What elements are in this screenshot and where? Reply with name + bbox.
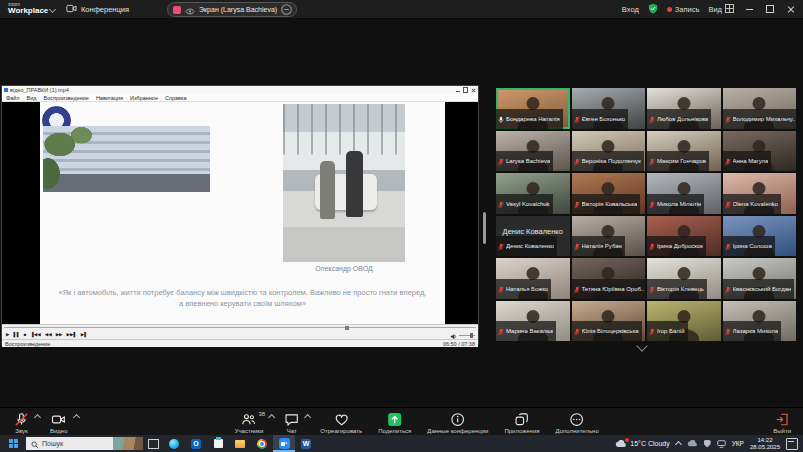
seek-handle[interactable]	[345, 326, 349, 330]
toolbar-video-button[interactable]: Видео	[42, 408, 81, 436]
taskbar-app-word[interactable]: W	[295, 435, 317, 452]
participant-name-tag: Ігор Балій	[647, 321, 688, 341]
player-menu-item[interactable]: Файл	[6, 95, 20, 101]
panel-resize-handle[interactable]	[483, 212, 486, 244]
player-skip-start-button[interactable]: ▐◀◀	[30, 333, 42, 338]
participant-tile[interactable]: Марина Вакалюк	[496, 301, 570, 342]
tab-conference[interactable]: Конференция	[66, 0, 129, 18]
minimize-button[interactable]	[743, 3, 755, 15]
chevron-up-icon[interactable]	[74, 415, 79, 420]
participant-tile[interactable]: Ірина Солоша	[723, 216, 797, 257]
chevron-up-icon[interactable]	[269, 415, 274, 420]
player-titlebar[interactable]: відео_ПРАВКИ (1).mp4	[2, 86, 478, 94]
toolbar-more-button[interactable]: Дополнительно	[548, 408, 607, 436]
toolbar-share-button[interactable]: Поделиться	[370, 408, 419, 436]
player-close-button[interactable]	[471, 88, 476, 93]
participant-tile[interactable]: Кваснєвський Богдан	[723, 258, 797, 299]
player-forward-button[interactable]: ▶▶	[55, 333, 64, 338]
taskbar-app-outlook[interactable]: O	[185, 435, 207, 452]
participant-tile[interactable]: Юлія Білоцерківська	[572, 301, 646, 342]
chevron-down-icon[interactable]	[638, 342, 646, 350]
taskbar-app-zoom[interactable]	[273, 435, 295, 452]
taskbar-app-edge[interactable]	[163, 435, 185, 452]
display-icon[interactable]	[717, 440, 726, 448]
toolbar-participants-button[interactable]: 38Участники	[227, 408, 277, 436]
participant-name-tag: Наталья Божко	[496, 279, 551, 299]
participant-tile[interactable]: Вікторія Ковальська	[572, 173, 646, 214]
toolbar-participants-label: Участники	[235, 428, 264, 434]
participant-tile[interactable]: Євген Бохонько	[572, 88, 646, 129]
weather-widget[interactable]: 15°C Cloudy	[615, 440, 669, 448]
player-stop-button[interactable]: ■	[23, 333, 28, 338]
player-skip-end-button[interactable]: ▶▶▌	[66, 333, 78, 338]
participant-tile[interactable]: Вікторія Клевець	[647, 258, 721, 299]
toolbar-apps-button[interactable]: Приложения	[496, 408, 547, 436]
taskbar-clock[interactable]: 14:22 28.05.2025	[750, 437, 780, 451]
player-menu-item[interactable]: Навигация	[96, 95, 123, 101]
toolbar-leave-button[interactable]: Выйти	[765, 408, 799, 436]
chevron-up-icon[interactable]	[676, 440, 681, 447]
participant-name-tag: Вероніка Подолянчук	[572, 151, 644, 171]
player-menu-item[interactable]: Справка	[165, 95, 187, 101]
participant-tile[interactable]: Денис КоваленкоДенис Коваленко	[496, 216, 570, 257]
participant-tile[interactable]: Larysa Bachieva	[496, 131, 570, 172]
view-button[interactable]: Вид	[708, 4, 734, 15]
taskbar-app-chrome[interactable]	[251, 435, 273, 452]
player-menu-item[interactable]: Вид	[27, 95, 37, 101]
toolbar-info-button[interactable]: Данные конференции	[419, 408, 496, 436]
participant-name-tag: Анна Магула	[723, 151, 772, 171]
stop-share-icon[interactable]	[281, 4, 292, 15]
recording-icon	[173, 6, 181, 14]
participant-name: Кваснєвський Богдан	[733, 286, 792, 292]
participant-tile[interactable]: Микола Мілютін	[647, 173, 721, 214]
task-view-button[interactable]	[143, 435, 163, 452]
toolbar-video-label: Видео	[50, 428, 68, 434]
player-pause-button[interactable]: ▌▌	[12, 333, 20, 338]
participant-tile[interactable]: Ігор Балій	[647, 301, 721, 342]
chevron-up-icon[interactable]	[305, 415, 310, 420]
sign-in-link[interactable]: Вход	[622, 5, 639, 14]
player-menu-item[interactable]: Воспроизведение	[43, 95, 88, 101]
maximize-button[interactable]	[764, 3, 776, 15]
participant-tile[interactable]: Наталія Рубан	[572, 216, 646, 257]
participant-tile[interactable]: Тетяна Юріївна Ороб...	[572, 258, 646, 299]
taskbar-app-store[interactable]	[207, 435, 229, 452]
close-button[interactable]	[785, 3, 797, 15]
taskbar-search[interactable]: Пошук	[26, 437, 143, 450]
participant-tile[interactable]: Olena Kovalenko	[723, 173, 797, 214]
player-step-button[interactable]: ▶▌	[80, 333, 89, 338]
volume-slider[interactable]	[459, 333, 475, 338]
player-menu-item[interactable]: Избранное	[130, 95, 158, 101]
participant-tile[interactable]: Анна Магула	[723, 131, 797, 172]
player-statusbar: Воспроизведение 06:50 / 07:38	[2, 339, 478, 347]
toolbar-audio-button[interactable]: Звук	[6, 408, 42, 436]
participant-tile[interactable]: Ірина Доброскок	[647, 216, 721, 257]
antivirus-shield-icon[interactable]	[704, 440, 711, 448]
participant-name: Наталія Рубан	[582, 243, 622, 249]
participant-tile[interactable]: Vasyl Kovalchuk	[496, 173, 570, 214]
taskbar-app-explorer[interactable]	[229, 435, 251, 452]
onedrive-icon[interactable]	[687, 440, 698, 447]
player-seekbar[interactable]	[2, 324, 478, 331]
participant-tile[interactable]: Наталья Божко	[496, 258, 570, 299]
participant-tile[interactable]: Максим Гончаров	[647, 131, 721, 172]
start-button[interactable]	[0, 435, 26, 452]
notification-center-icon[interactable]	[786, 438, 798, 450]
chevron-up-icon[interactable]	[35, 415, 40, 420]
player-rewind-button[interactable]: ◀◀	[44, 333, 53, 338]
participant-tile[interactable]: Володимир Михальчу...	[723, 88, 797, 129]
player-minimize-button[interactable]	[455, 88, 460, 93]
chevron-down-icon[interactable]	[50, 7, 55, 12]
participant-name: Юлія Білоцерківська	[582, 328, 639, 334]
participant-name: Тетяна Юріївна Ороб...	[582, 286, 644, 292]
participant-tile[interactable]: Любов Дольнікова	[647, 88, 721, 129]
toolbar-react-button[interactable]: Отреагировать	[312, 408, 370, 436]
participant-tile[interactable]: Вероніка Подолянчук	[572, 131, 646, 172]
player-play-button[interactable]: ▶	[5, 333, 10, 338]
language-indicator[interactable]: УКР	[732, 440, 744, 447]
participant-tile[interactable]: Лазарєв Микола	[723, 301, 797, 342]
participant-tile[interactable]: Бондарева Наталія	[496, 88, 570, 129]
player-maximize-button[interactable]	[463, 88, 468, 93]
toolbar-chat-button[interactable]: Чат	[276, 408, 312, 436]
toolbar-info-label: Данные конференции	[427, 428, 488, 434]
